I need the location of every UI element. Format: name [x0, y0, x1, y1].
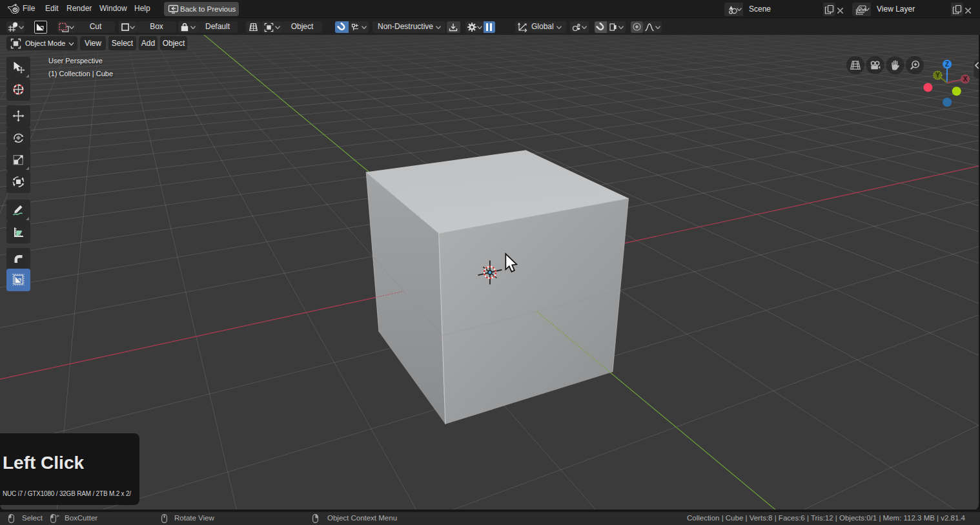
svg-text:X: X	[963, 76, 968, 83]
svg-text:Y: Y	[935, 72, 940, 79]
svg-text:Z: Z	[945, 61, 949, 68]
